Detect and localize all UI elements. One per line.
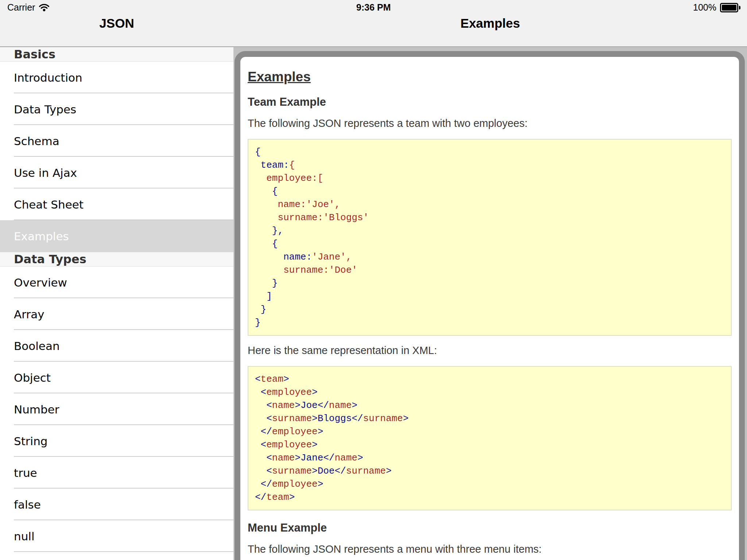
battery-icon bbox=[720, 3, 740, 12]
content-title: Examples bbox=[248, 69, 732, 85]
sidebar-item-cheat-sheet[interactable]: Cheat Sheet bbox=[0, 188, 233, 220]
sidebar-item-false[interactable]: false bbox=[0, 489, 233, 520]
section-header-basics: Basics bbox=[0, 47, 233, 62]
sidebar-item-label: Object bbox=[14, 371, 51, 384]
sidebar-item-label: null bbox=[14, 530, 35, 543]
sidebar-item-label: Overview bbox=[14, 276, 67, 289]
team-example-intro: The following JSON represents a team wit… bbox=[248, 117, 732, 129]
sidebar-item-label: Schema bbox=[14, 135, 59, 148]
sidebar-item-use-in-ajax[interactable]: Use in Ajax bbox=[0, 157, 233, 188]
status-carrier-group: Carrier bbox=[7, 2, 50, 13]
content-panel: ExamplesTeam ExampleThe following JSON r… bbox=[235, 51, 745, 560]
sidebar-item-label: Use in Ajax bbox=[14, 166, 77, 179]
sidebar-item-label: true bbox=[14, 466, 37, 479]
sidebar-title: JSON bbox=[99, 16, 134, 31]
sidebar-item-label: Array bbox=[14, 308, 44, 321]
sidebar-item-label: Introduction bbox=[14, 71, 82, 84]
section-header-data-types: Data Types bbox=[0, 252, 233, 267]
carrier-label: Carrier bbox=[7, 2, 35, 13]
sidebar-item-examples[interactable]: Examples bbox=[0, 220, 233, 252]
ipad-screen: Carrier 9:36 PM 100% JSON Examples Basic… bbox=[0, 0, 747, 560]
detail-title: Examples bbox=[460, 16, 520, 31]
xml-intro: Here is the same representation in XML: bbox=[248, 345, 732, 357]
team-example-heading: Team Example bbox=[248, 96, 732, 109]
webview-content[interactable]: ExamplesTeam ExampleThe following JSON r… bbox=[240, 57, 739, 560]
status-battery-group: 100% bbox=[693, 2, 740, 13]
sidebar-item-object[interactable]: Object bbox=[0, 362, 233, 393]
sidebar-item-data-types[interactable]: Data Types bbox=[0, 93, 233, 125]
sidebar-item-label: Number bbox=[14, 403, 59, 416]
sidebar-item-string[interactable]: String bbox=[0, 425, 233, 457]
detail-pane: ExamplesTeam ExampleThe following JSON r… bbox=[233, 47, 747, 560]
menu-example-intro: The following JSON represents a menu wit… bbox=[248, 543, 732, 555]
sidebar-item-schema[interactable]: Schema bbox=[0, 125, 233, 157]
wifi-icon bbox=[39, 3, 50, 12]
xml-team-code: <team> <employee> <name>Joe</name> <surn… bbox=[248, 366, 732, 510]
sidebar-item-label: String bbox=[14, 435, 48, 448]
sidebar: BasicsIntroductionData TypesSchemaUse in… bbox=[0, 47, 233, 560]
sidebar-item-label: Cheat Sheet bbox=[14, 198, 84, 211]
status-time: 9:36 PM bbox=[356, 2, 391, 13]
sidebar-item-label: Boolean bbox=[14, 339, 60, 353]
sidebar-item-label: Data Types bbox=[14, 103, 76, 116]
sidebar-item-label: Examples bbox=[14, 230, 69, 243]
sidebar-item-array[interactable]: Array bbox=[0, 298, 233, 330]
sidebar-item-overview[interactable]: Overview bbox=[0, 267, 233, 298]
top-bar: Carrier 9:36 PM 100% JSON Examples bbox=[0, 0, 747, 47]
sidebar-item-introduction[interactable]: Introduction bbox=[0, 62, 233, 93]
sidebar-item-null[interactable]: null bbox=[0, 520, 233, 552]
json-team-code: { team:{ employee:[ { name:'Joe', surnam… bbox=[248, 139, 732, 336]
sidebar-item-boolean[interactable]: Boolean bbox=[0, 330, 233, 362]
sidebar-item-true[interactable]: true bbox=[0, 457, 233, 489]
sidebar-item-number[interactable]: Number bbox=[0, 393, 233, 425]
menu-example-heading: Menu Example bbox=[248, 521, 732, 534]
sidebar-item-label: false bbox=[14, 498, 41, 511]
battery-percent-label: 100% bbox=[693, 2, 716, 13]
